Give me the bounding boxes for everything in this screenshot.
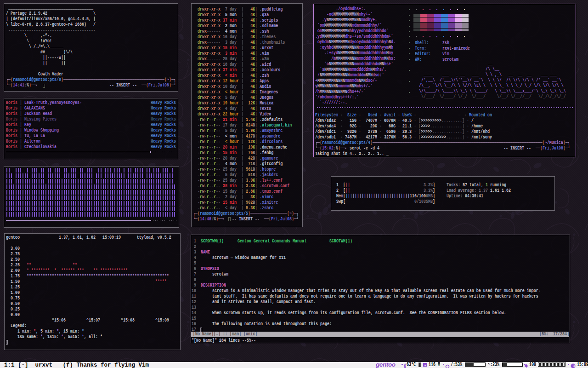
svg-text:gentoo: gentoo [375,361,396,368]
